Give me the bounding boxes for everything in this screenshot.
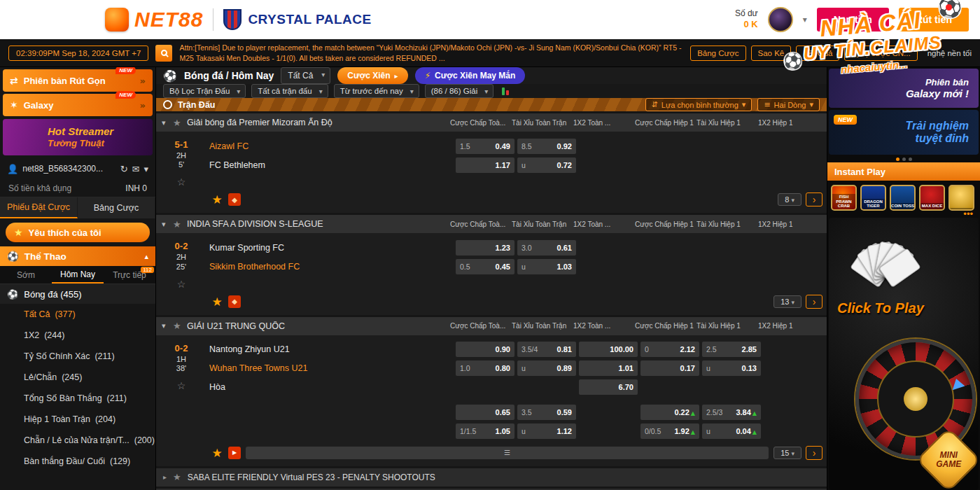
collapsed-league-row[interactable]: ▸ ★ SABA ELITE FRIENDLY Virtual PES 23 -… xyxy=(156,468,827,486)
odds-cell[interactable]: 1.01 xyxy=(579,360,638,376)
odds-cell[interactable]: 2.5/33.84▲ xyxy=(702,405,761,420)
row-mode-select[interactable]: ≡Hai Dòng▾ xyxy=(757,98,820,111)
odds-cell[interactable]: 0.22▲ xyxy=(640,405,699,420)
odds-cell[interactable]: 1/1.51.05 xyxy=(456,424,514,439)
sidebar-menu-item[interactable]: Hiệp 1 Toàn Trận (204) xyxy=(0,409,155,430)
instant-game-tile[interactable] xyxy=(948,185,974,211)
tab-bet-board[interactable]: Bảng Cược xyxy=(78,197,155,218)
match-star-icon[interactable]: ☆ xyxy=(177,176,186,188)
favorite-star-icon[interactable]: ★ xyxy=(211,193,223,206)
match-star-icon[interactable]: ☆ xyxy=(177,380,186,391)
sidebar-menu-item[interactable]: Chẵn / Lẻ của Nửa trận/T... (200) xyxy=(0,430,155,451)
hot-streamer-banner[interactable]: Hot Streamer Tường Thuật xyxy=(3,119,153,155)
match-star-icon[interactable]: ☆ xyxy=(177,279,186,290)
avatar[interactable] xyxy=(768,7,793,32)
banner-carousel-dots[interactable] xyxy=(827,158,980,161)
expand-chevron-icon[interactable]: ▸ xyxy=(163,473,167,481)
odds-cell[interactable]: 1.00.80 xyxy=(456,360,514,376)
league-header[interactable]: ▾ ★ GIẢI U21 TRUNG QUỐC Cược Chấp Toà...… xyxy=(156,317,827,335)
sidebar-tab[interactable]: Hôm Nay xyxy=(52,266,104,284)
sports-section-header[interactable]: ⚽ Thể Thao ▴ xyxy=(0,246,155,266)
view-mode-select[interactable]: ⇵Lựa chọn bình thường▾ xyxy=(645,98,752,111)
next-markets-button[interactable]: › xyxy=(806,295,822,309)
instant-game-tile[interactable]: MAX DICE xyxy=(919,185,945,211)
team-name[interactable]: Hòa xyxy=(206,382,456,392)
refresh-icon[interactable]: ↻ xyxy=(120,164,128,174)
brand-logo[interactable]: NET88 xyxy=(105,8,203,31)
announce-nav-button[interactable]: Bảng Cược xyxy=(690,46,746,61)
sidebar-menu-item[interactable]: Tỷ Số Chính Xác (211) xyxy=(0,346,155,367)
odds-cell[interactable]: 1.50.49 xyxy=(456,139,514,154)
instant-game-tile[interactable]: DRAGON TIGER xyxy=(860,185,886,211)
football-category[interactable]: ⚽ Bóng đá (455) xyxy=(0,284,155,304)
odds-cell[interactable]: 6.70 xyxy=(579,379,638,395)
withdraw-button[interactable]: Rút tiền xyxy=(899,8,969,31)
odds-cell[interactable]: 0.65 xyxy=(456,405,514,420)
sidebar-menu-item[interactable]: Bàn thắng Đầu/ Cuối (129) xyxy=(0,451,155,472)
league-header[interactable]: ▾ ★ INDIA SFA A DIVISION S-LEAGUE Cược C… xyxy=(156,215,827,233)
sidebar-tab[interactable]: Trực tiếp112 xyxy=(104,266,155,284)
announce-nav-button[interactable]: Sao Kê xyxy=(751,46,792,61)
odds-cell[interactable]: 3.50.59 xyxy=(517,405,576,420)
casino-card-icon[interactable]: ◆ xyxy=(228,295,241,308)
stream-play-icon[interactable]: ▶ xyxy=(228,447,241,459)
filter-dropdown[interactable]: Bộ Lọc Trận Đấu xyxy=(163,84,246,98)
odds-cell[interactable]: 1.23 xyxy=(456,240,514,255)
click-to-play-text[interactable]: Click To Play xyxy=(837,300,924,316)
next-markets-button[interactable]: › xyxy=(806,192,822,206)
odds-cell[interactable]: 100.00 xyxy=(579,342,638,357)
galaxy-promo-banner[interactable]: Phiên bản Galaxy mới ! xyxy=(829,69,979,108)
announcement-ticker[interactable]: Attn:[Tennis] Due to player replacement,… xyxy=(179,43,683,62)
odds-cell[interactable]: 0.50.45 xyxy=(456,259,514,274)
team-name[interactable]: Aizawl FC xyxy=(206,141,456,151)
sidebar-menu-item[interactable]: Tất Cả (377) xyxy=(0,304,155,325)
favorites-button[interactable]: ★ Yêu thích của tôi xyxy=(6,223,150,242)
market-count-select[interactable]: 13 ▾ xyxy=(774,295,802,308)
odds-cell[interactable]: u0.04▲ xyxy=(702,424,761,439)
lucky-parlay-button[interactable]: ⚡Cược Xiên May Mắn xyxy=(415,67,526,84)
odds-cell[interactable]: 3.00.61 xyxy=(517,240,576,255)
league-header[interactable]: ▾ ★ Giải bóng đá Premier Mizoram Ấn Độ C… xyxy=(156,113,827,132)
team-name[interactable]: Wuhan Three Towns U21 xyxy=(206,363,456,373)
chevron-down-icon[interactable]: ▾ xyxy=(144,164,148,174)
filter-dropdown[interactable]: Từ trước đến nay xyxy=(334,84,419,98)
instant-game-tile[interactable]: COIN TOSS xyxy=(890,185,916,211)
collapse-chevron-icon[interactable]: ▾ xyxy=(162,118,173,127)
odds-cell[interactable]: u0.89 xyxy=(517,360,576,376)
filter-dropdown[interactable]: Tất cả trận đấu xyxy=(251,84,328,98)
all-filter-select[interactable]: Tất Cả xyxy=(281,67,330,84)
quick-version-banner[interactable]: ⇄ Phiên bản Rút Gọn NEW » xyxy=(3,69,153,92)
partner-logo[interactable]: CRYSTAL PALACE xyxy=(223,9,371,30)
team-name[interactable]: Sikkim Brotherhood FC xyxy=(206,262,456,272)
galaxy-banner[interactable]: ✶ Galaxy NEW » xyxy=(3,94,153,116)
team-name[interactable]: FC Bethlehem xyxy=(206,160,456,170)
favorite-star-icon[interactable]: ★ xyxy=(211,295,223,308)
tab-bet-slip[interactable]: Phiếu Đặt Cược xyxy=(0,197,78,218)
team-name[interactable]: Kumar Sporting FC xyxy=(206,243,456,253)
team-name[interactable]: Nantong Zhiyun U21 xyxy=(206,344,456,354)
league-star-icon[interactable]: ★ xyxy=(173,219,187,230)
market-count-select[interactable]: 15 ▾ xyxy=(774,447,802,459)
odds-cell[interactable]: u0.72 xyxy=(517,158,576,173)
deposit-button[interactable]: Nạp tiền xyxy=(817,8,889,31)
league-star-icon[interactable]: ★ xyxy=(173,118,187,128)
odds-cell[interactable]: 0.90 xyxy=(456,342,514,357)
favorite-star-icon[interactable]: ★ xyxy=(211,447,223,459)
theme-label[interactable]: nghệ nền tối xyxy=(927,49,972,57)
next-markets-button[interactable]: › xyxy=(806,446,822,460)
odds-cell[interactable]: 02.12 xyxy=(640,342,699,357)
stats-menu-icon[interactable]: ☰ xyxy=(246,447,769,459)
league-count-button[interactable]: (86 / 86) Giải xyxy=(425,84,493,98)
sidebar-menu-item[interactable]: Lẻ/Chẵn (245) xyxy=(0,367,155,388)
odds-cell[interactable]: 0/0.51.92▲ xyxy=(640,424,699,439)
experience-promo-banner[interactable]: NEW Trải nghiệm tuyệt đỉnh xyxy=(829,110,979,155)
sidebar-menu-item[interactable]: Tổng Số Bàn Thắng (211) xyxy=(0,388,155,409)
stats-chart-icon[interactable] xyxy=(502,88,509,95)
sidebar-menu-item[interactable]: 1X2 (244) xyxy=(0,325,155,346)
odds-cell[interactable]: 0.17 xyxy=(640,360,699,376)
sidebar-tab[interactable]: Sớm xyxy=(0,266,52,284)
odds-cell[interactable]: u1.03 xyxy=(517,259,576,274)
chevron-down-icon[interactable]: ▾ xyxy=(803,15,807,24)
odds-cell[interactable]: u0.13 xyxy=(702,360,761,376)
market-count-select[interactable]: 8 ▾ xyxy=(778,193,802,206)
